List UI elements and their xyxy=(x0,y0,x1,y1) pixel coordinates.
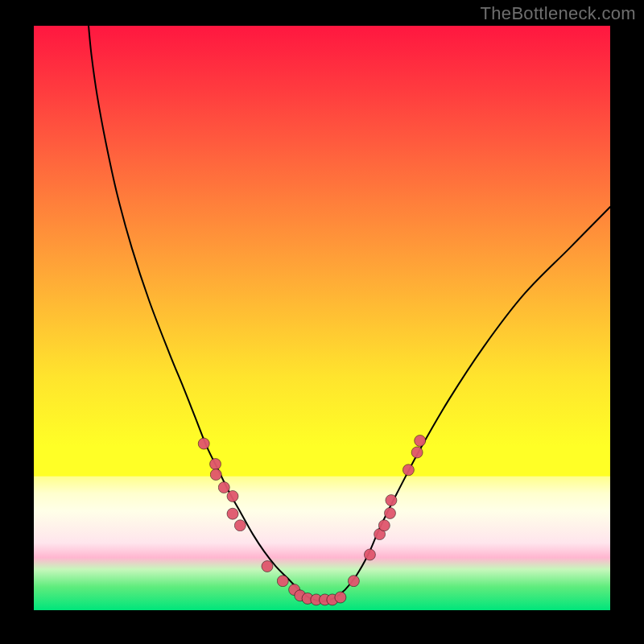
bottleneck-curve xyxy=(89,26,610,601)
curve-group xyxy=(89,26,610,601)
dots-group xyxy=(198,435,425,605)
data-point xyxy=(210,459,221,470)
data-point xyxy=(364,549,375,560)
data-point xyxy=(227,490,238,502)
data-point xyxy=(386,495,397,506)
data-point xyxy=(277,576,288,587)
data-point xyxy=(234,520,246,531)
plot-area xyxy=(34,26,610,610)
chart-root: TheBottleneck.com xyxy=(0,0,644,644)
data-point xyxy=(335,592,346,603)
data-point xyxy=(402,464,414,476)
data-point xyxy=(348,576,359,587)
data-point xyxy=(218,482,229,493)
data-point xyxy=(411,447,423,458)
data-point xyxy=(210,469,221,481)
data-point xyxy=(384,507,395,518)
plot-svg xyxy=(34,26,610,610)
data-point xyxy=(378,520,390,531)
data-point xyxy=(227,508,238,519)
watermark-text: TheBottleneck.com xyxy=(481,3,636,24)
data-point xyxy=(198,438,209,449)
data-point xyxy=(415,435,426,446)
data-point xyxy=(262,561,273,572)
